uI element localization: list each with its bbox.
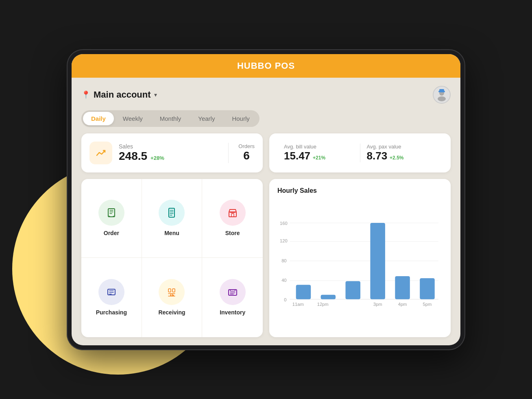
order-icon-circle <box>98 200 124 226</box>
inventory-label: Inventory <box>220 309 245 316</box>
sales-stats-card: Sales 248.5 +28% Orders 6 <box>81 133 263 172</box>
svg-point-20 <box>173 295 174 296</box>
svg-text:0: 0 <box>284 297 286 302</box>
account-selector[interactable]: 📍 Main account ▾ <box>81 89 157 100</box>
svg-rect-6 <box>169 208 174 217</box>
chart-title: Hourly Sales <box>277 187 443 194</box>
avg-pax-value: 8.73 +2.5% <box>367 150 436 162</box>
store-icon-circle <box>220 200 246 226</box>
menu-item-store[interactable]: Store <box>202 179 263 258</box>
receiving-icon-circle <box>159 279 185 305</box>
svg-rect-21 <box>229 290 237 295</box>
tab-yearly[interactable]: Yearly <box>190 112 223 125</box>
menu-icon-circle <box>159 200 185 226</box>
svg-text:12pm: 12pm <box>317 302 329 307</box>
inventory-icon-circle <box>220 279 246 305</box>
menu-item-purchasing[interactable]: Purchasing <box>81 258 142 337</box>
chart-card: Hourly Sales 0 40 80 120 160 <box>269 179 451 337</box>
avg-pax-label: Avg. pax value <box>367 144 436 150</box>
chart-area: 0 40 80 120 160 <box>277 199 443 325</box>
svg-point-19 <box>170 295 172 296</box>
dashboard-grid: Sales 248.5 +28% Orders 6 <box>81 133 451 337</box>
tab-daily[interactable]: Daily <box>83 112 114 125</box>
svg-rect-17 <box>168 289 171 292</box>
svg-text:11am: 11am <box>292 302 304 307</box>
avg-pax-item: Avg. pax value 8.73 +2.5% <box>360 144 443 162</box>
account-name: Main account <box>94 89 151 100</box>
purchasing-label: Purchasing <box>96 309 127 316</box>
avg-bill-label: Avg. bill value <box>284 144 353 150</box>
bar-12pm <box>321 294 336 299</box>
menu-grid-card: Order <box>81 179 263 337</box>
receiving-label: Receiving <box>158 309 185 316</box>
bar-4pm <box>395 276 410 299</box>
svg-text:3pm: 3pm <box>373 302 382 307</box>
tabs-container: Daily Weekly Monthly Yearly Hourly <box>81 110 259 127</box>
svg-text:5pm: 5pm <box>423 302 432 307</box>
avg-bill-change: +21% <box>313 155 325 161</box>
orders-value: 6 <box>238 149 255 162</box>
svg-rect-4 <box>439 89 444 91</box>
avatar[interactable] <box>433 86 451 104</box>
menu-grid: Order <box>81 179 263 337</box>
sales-icon <box>89 142 112 164</box>
location-icon: 📍 <box>81 90 90 99</box>
bar-11am <box>296 285 311 299</box>
app-title: HUBBO POS <box>237 61 295 71</box>
svg-text:120: 120 <box>280 238 288 243</box>
scene: HUBBO POS 📍 Main account ▾ <box>0 0 532 399</box>
svg-text:80: 80 <box>281 258 286 263</box>
tab-weekly[interactable]: Weekly <box>115 112 151 125</box>
svg-rect-18 <box>172 289 175 292</box>
tab-hourly[interactable]: Hourly <box>224 112 257 125</box>
purchasing-icon-circle <box>98 279 124 305</box>
svg-point-2 <box>438 96 446 101</box>
tablet-screen: HUBBO POS 📍 Main account ▾ <box>72 54 460 345</box>
sales-change: +28% <box>150 155 164 161</box>
avg-values-card: Avg. bill value 15.47 +21% Avg. pax valu… <box>269 133 451 172</box>
orders-section: Orders 6 <box>238 143 255 162</box>
tab-monthly[interactable]: Monthly <box>152 112 190 125</box>
sales-main: Sales 248.5 +28% <box>119 143 218 163</box>
chevron-down-icon: ▾ <box>154 92 157 98</box>
menu-item-inventory[interactable]: Inventory <box>202 258 263 337</box>
avg-bill-item: Avg. bill value 15.47 +21% <box>277 144 360 162</box>
menu-item-receiving[interactable]: Receiving <box>142 258 203 337</box>
tablet-device: HUBBO POS 📍 Main account ▾ <box>67 49 465 350</box>
svg-text:40: 40 <box>281 278 286 283</box>
svg-rect-22 <box>230 290 235 291</box>
svg-rect-12 <box>231 214 234 217</box>
menu-item-menu[interactable]: Menu <box>142 179 203 258</box>
bar-5pm <box>420 278 435 299</box>
menu-item-order[interactable]: Order <box>81 179 142 258</box>
bar-3pm-peak <box>370 223 385 299</box>
order-label: Order <box>104 230 119 236</box>
avg-pax-change: +2.5% <box>390 155 403 161</box>
avg-bill-value: 15.47 +21% <box>284 150 353 162</box>
bar-3pm-1 <box>345 281 360 299</box>
svg-text:160: 160 <box>280 221 288 226</box>
store-label: Store <box>225 230 240 236</box>
svg-text:4pm: 4pm <box>398 302 407 307</box>
sales-label: Sales <box>119 143 218 150</box>
app-content: 📍 Main account ▾ <box>72 78 460 345</box>
sales-value: 248.5 +28% <box>119 150 218 163</box>
app-header: HUBBO POS <box>72 54 460 78</box>
hourly-sales-chart: 0 40 80 120 160 <box>277 199 443 325</box>
menu-label: Menu <box>164 230 179 236</box>
stats-divider <box>228 143 229 163</box>
svg-rect-5 <box>108 209 115 217</box>
orders-label: Orders <box>238 143 255 149</box>
account-row: 📍 Main account ▾ <box>81 86 451 104</box>
